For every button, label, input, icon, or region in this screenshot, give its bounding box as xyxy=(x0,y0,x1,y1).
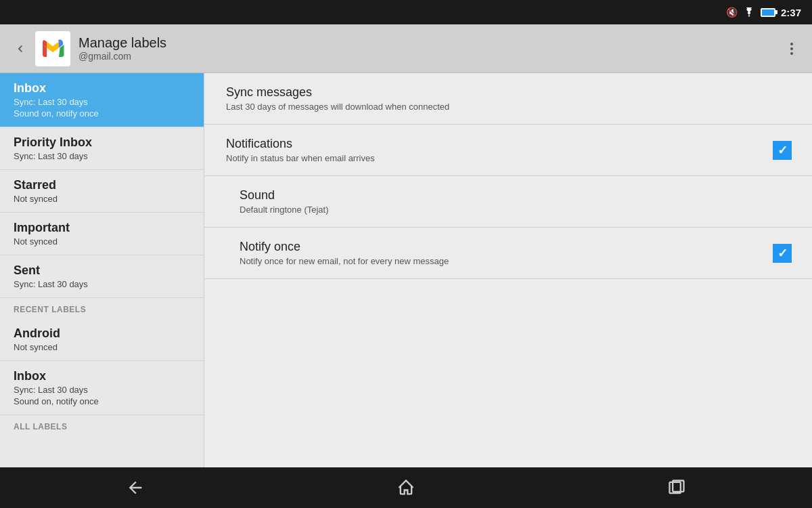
overflow-menu-button[interactable] xyxy=(780,37,804,61)
sidebar-item-inbox-sub2: Sound on, notify once xyxy=(14,108,190,119)
nav-recent-button[interactable] xyxy=(656,474,697,501)
setting-notifications-title: Notifications xyxy=(226,137,773,151)
status-time: 2:37 xyxy=(781,7,801,18)
sidebar-item-sent-sub1: Sync: Last 30 days xyxy=(14,279,190,289)
setting-sync-messages-title: Sync messages xyxy=(226,85,792,100)
all-labels-section: ALL LABELS xyxy=(0,415,204,436)
notify-once-checkmark: ✓ xyxy=(777,246,788,261)
sidebar-item-starred[interactable]: Starred Not synced xyxy=(0,170,204,213)
sidebar-item-important-title: Important xyxy=(14,221,190,235)
header-text: Manage labels @gmail.com xyxy=(78,35,780,62)
sidebar-item-inbox-sub1: Sync: Last 30 days xyxy=(14,97,190,107)
sidebar-item-inbox[interactable]: Inbox Sync: Last 30 days Sound on, notif… xyxy=(0,73,204,127)
notifications-checkmark: ✓ xyxy=(777,143,788,158)
setting-notify-once-text: Notify once Notify once for new email, n… xyxy=(240,240,773,266)
sidebar-item-android[interactable]: Android Not synced xyxy=(0,318,204,361)
sidebar-item-inbox-recent-sub2: Sound on, notify once xyxy=(14,396,190,406)
recent-labels-section: RECENT LABELS xyxy=(0,298,204,318)
sidebar-item-priority-title: Priority Inbox xyxy=(14,135,190,150)
notifications-checkbox[interactable]: ✓ xyxy=(773,141,792,160)
sidebar: Inbox Sync: Last 30 days Sound on, notif… xyxy=(0,73,204,467)
setting-sync-messages-subtitle: Last 30 days of messages will download w… xyxy=(226,102,792,112)
setting-notify-once-subtitle: Notify once for new email, not for every… xyxy=(240,256,773,266)
nav-home-button[interactable] xyxy=(386,474,426,501)
setting-sound-text: Sound Default ringtone (Tejat) xyxy=(240,188,792,215)
wifi-icon xyxy=(743,7,755,17)
gmail-logo xyxy=(35,31,70,66)
notify-once-checkbox[interactable]: ✓ xyxy=(773,244,792,263)
setting-sound-subtitle: Default ringtone (Tejat) xyxy=(240,205,792,215)
main-content: Inbox Sync: Last 30 days Sound on, notif… xyxy=(0,73,812,467)
sidebar-item-sent[interactable]: Sent Sync: Last 30 days xyxy=(0,255,204,298)
setting-sound[interactable]: Sound Default ringtone (Tejat) xyxy=(204,176,812,228)
back-button[interactable] xyxy=(8,37,32,61)
sidebar-item-important[interactable]: Important Not synced xyxy=(0,213,204,255)
sidebar-item-starred-sub1: Not synced xyxy=(14,194,190,204)
sidebar-item-priority-sub1: Sync: Last 30 days xyxy=(14,151,190,161)
detail-panel: Sync messages Last 30 days of messages w… xyxy=(204,73,812,467)
battery-icon xyxy=(761,8,775,17)
setting-notify-once-title: Notify once xyxy=(240,240,773,254)
setting-notifications[interactable]: Notifications Notify in status bar when … xyxy=(204,125,812,176)
nav-back-button[interactable] xyxy=(115,474,156,501)
setting-sync-messages-text: Sync messages Last 30 days of messages w… xyxy=(226,85,792,112)
sidebar-item-inbox-recent-title: Inbox xyxy=(14,369,190,383)
sidebar-item-android-sub1: Not synced xyxy=(14,342,190,352)
setting-notify-once[interactable]: Notify once Notify once for new email, n… xyxy=(204,228,812,279)
setting-notifications-subtitle: Notify in status bar when email arrives xyxy=(226,153,773,163)
setting-sync-messages[interactable]: Sync messages Last 30 days of messages w… xyxy=(204,73,812,125)
sidebar-item-sent-title: Sent xyxy=(14,263,190,278)
setting-sound-title: Sound xyxy=(240,188,792,203)
setting-notifications-text: Notifications Notify in status bar when … xyxy=(226,137,773,163)
header-title: Manage labels xyxy=(78,35,780,51)
navigation-bar xyxy=(0,467,812,508)
sidebar-item-inbox-title: Inbox xyxy=(14,81,190,96)
sidebar-item-priority-inbox[interactable]: Priority Inbox Sync: Last 30 days xyxy=(0,127,204,170)
mute-icon: 🔇 xyxy=(726,7,738,18)
sidebar-item-inbox-recent-sub1: Sync: Last 30 days xyxy=(14,385,190,395)
sidebar-item-android-title: Android xyxy=(14,326,190,341)
header-subtitle: @gmail.com xyxy=(78,51,780,62)
sidebar-item-important-sub1: Not synced xyxy=(14,236,190,247)
sidebar-item-inbox-recent[interactable]: Inbox Sync: Last 30 days Sound on, notif… xyxy=(0,361,204,415)
status-bar: 🔇 2:37 xyxy=(0,0,812,24)
header: Manage labels @gmail.com xyxy=(0,24,812,73)
sidebar-item-starred-title: Starred xyxy=(14,178,190,192)
